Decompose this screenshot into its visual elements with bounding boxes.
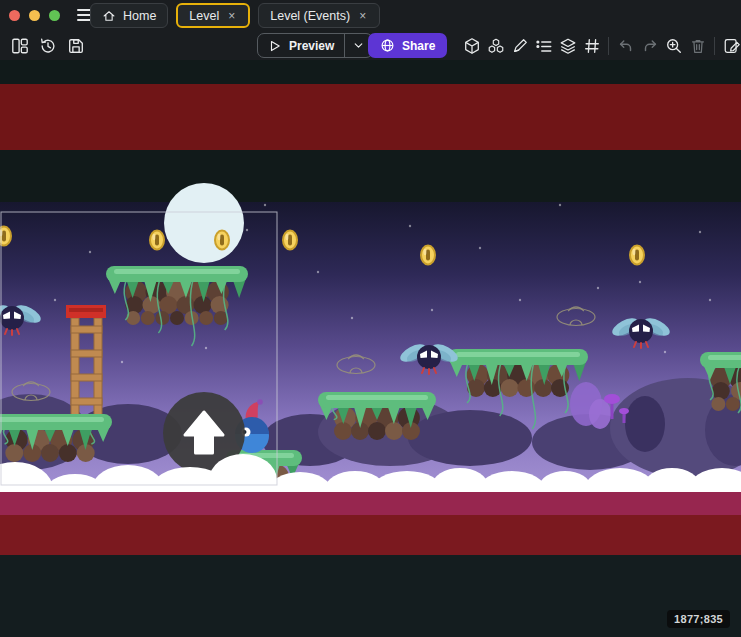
tab-label: Level [189, 9, 219, 23]
tab-label: Home [123, 9, 156, 23]
divider [714, 37, 715, 55]
game-scene[interactable] [0, 60, 741, 637]
close-window-button[interactable] [9, 10, 20, 21]
editor-window: Home Level × Level (Events) × [0, 0, 741, 637]
chevron-down-icon [353, 40, 364, 51]
share-button[interactable]: Share [368, 33, 447, 58]
window-controls [0, 10, 60, 21]
cursor-coordinates-badge: 1877;835 [667, 610, 730, 628]
minimize-window-button[interactable] [29, 10, 40, 21]
close-tab-icon[interactable]: × [226, 9, 237, 23]
home-icon [102, 9, 116, 23]
delete-icon[interactable] [688, 36, 707, 55]
edit-icon[interactable] [510, 36, 529, 55]
scene-properties-icon[interactable] [722, 36, 741, 55]
tab-bar: Home Level × Level (Events) × [90, 3, 380, 28]
panels-icon[interactable] [10, 36, 29, 55]
undo-icon[interactable] [616, 36, 635, 55]
play-icon [268, 39, 282, 53]
tab-level-events[interactable]: Level (Events) × [258, 3, 380, 28]
history-icon[interactable] [38, 36, 57, 55]
tab-level[interactable]: Level × [176, 3, 250, 28]
tab-home[interactable]: Home [90, 3, 168, 28]
toolbar: Preview Share [0, 30, 741, 60]
title-bar: Home Level × Level (Events) × [0, 0, 741, 30]
preview-label: Preview [289, 39, 334, 53]
redo-icon[interactable] [640, 36, 659, 55]
toolbar-right-group [462, 36, 741, 55]
preview-button[interactable]: Preview [257, 33, 373, 58]
object-groups-icon[interactable] [486, 36, 505, 55]
share-label: Share [402, 39, 435, 53]
zoom-in-icon[interactable] [664, 36, 683, 55]
toolbar-left-group [10, 36, 85, 55]
globe-icon [380, 38, 395, 53]
instances-list-icon[interactable] [534, 36, 553, 55]
layers-icon[interactable] [558, 36, 577, 55]
divider [608, 37, 609, 55]
grid-icon[interactable] [582, 36, 601, 55]
save-icon[interactable] [66, 36, 85, 55]
close-tab-icon[interactable]: × [357, 9, 368, 23]
maximize-window-button[interactable] [49, 10, 60, 21]
scene-editor-canvas[interactable]: 1877;835 [0, 60, 741, 637]
tab-label: Level (Events) [270, 9, 350, 23]
objects-3d-icon[interactable] [462, 36, 481, 55]
